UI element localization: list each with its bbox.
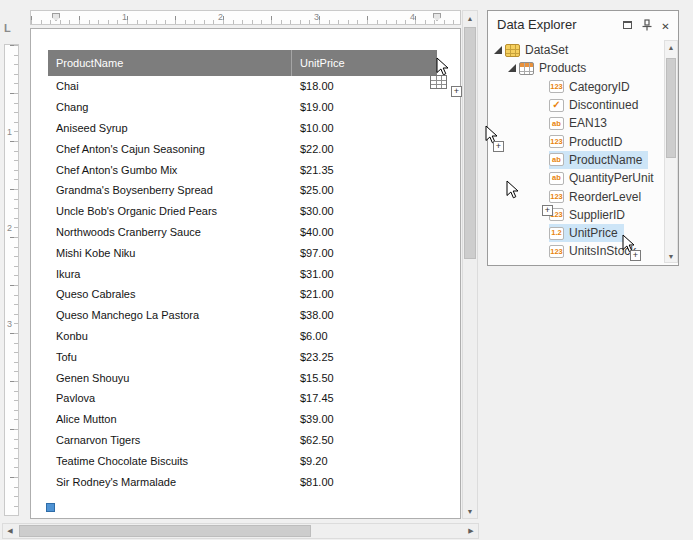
- close-icon: [661, 16, 669, 34]
- margin-marker-left[interactable]: [52, 13, 60, 21]
- maximize-button[interactable]: [620, 17, 635, 32]
- table-row[interactable]: Chef Anton's Gumbo Mix$21.35: [48, 159, 438, 180]
- table-row[interactable]: Mishi Kobe Niku$97.00: [48, 242, 438, 263]
- scroll-up-button[interactable]: [463, 11, 477, 25]
- cell-product-name: Aniseed Syrup: [48, 122, 292, 134]
- tree-item-productname[interactable]: abProductName: [549, 151, 648, 169]
- tree-item-quantityperunit[interactable]: abQuantityPerUnit: [549, 169, 660, 187]
- cell-product-name: Tofu: [48, 351, 292, 363]
- table-row[interactable]: Teatime Chocolate Biscuits$9.20: [48, 450, 438, 471]
- panel-scroll-down-button[interactable]: [665, 250, 677, 262]
- table-row[interactable]: Tofu$23.25: [48, 346, 438, 367]
- horizontal-ruler[interactable]: 1234: [30, 10, 461, 25]
- cell-product-name: Chef Anton's Cajun Seasoning: [48, 143, 292, 155]
- table-row[interactable]: Queso Manchego La Pastora$38.00: [48, 305, 438, 326]
- scroll-left-button[interactable]: [3, 524, 17, 538]
- table-row[interactable]: Carnarvon Tigers$62.50: [48, 430, 438, 451]
- cell-unit-price: $31.00: [292, 268, 437, 280]
- table-row[interactable]: Northwoods Cranberry Sauce$40.00: [48, 222, 438, 243]
- mouse-cursor: [506, 180, 519, 199]
- tree-item-label: EAN13: [569, 116, 607, 130]
- cell-product-name: Ikura: [48, 268, 292, 280]
- string-field-icon: ab: [549, 117, 564, 130]
- table-row[interactable]: Chang$19.00: [48, 97, 438, 118]
- table-row[interactable]: Chef Anton's Cajun Seasoning$22.00: [48, 138, 438, 159]
- drag-plus-icon: [630, 250, 641, 261]
- table-row[interactable]: Genen Shouyu$15.50: [48, 367, 438, 388]
- panel-scroll-up-button[interactable]: [665, 41, 677, 53]
- scroll-right-button[interactable]: [464, 524, 478, 538]
- data-explorer-panel: Data Explorer DataSetProducts123Category…: [487, 10, 679, 266]
- ruler-number: 3: [7, 319, 12, 329]
- design-horizontal-scrollbar[interactable]: [2, 523, 479, 539]
- cell-unit-price: $23.25: [292, 351, 437, 363]
- table-row[interactable]: Aniseed Syrup$10.00: [48, 118, 438, 139]
- pin-button[interactable]: [639, 17, 654, 32]
- cell-unit-price: $19.00: [292, 101, 437, 113]
- tree-item-ean13[interactable]: abEAN13: [549, 114, 613, 132]
- table-row[interactable]: Queso Cabrales$21.00: [48, 284, 438, 305]
- expander-icon[interactable]: [508, 64, 516, 72]
- tree-item-label: Products: [539, 61, 586, 75]
- table-row[interactable]: Sir Rodney's Marmalade$81.00: [48, 471, 438, 492]
- column-header-unitprice[interactable]: UnitPrice: [292, 50, 437, 76]
- tree-item-reorderlevel[interactable]: 123ReorderLevel: [549, 187, 647, 205]
- vertical-scrollbar-thumb[interactable]: [464, 27, 476, 259]
- cell-unit-price: $15.50: [292, 372, 437, 384]
- column-header-productname[interactable]: ProductName: [48, 50, 292, 76]
- cell-product-name: Northwoods Cranberry Sauce: [48, 226, 292, 238]
- arrow-right-icon: [468, 527, 473, 535]
- cell-unit-price: $40.00: [292, 226, 437, 238]
- tree-item-label: ReorderLevel: [569, 190, 641, 204]
- expander-icon[interactable]: [494, 46, 502, 54]
- tree-item-supplierid[interactable]: 123SupplierID: [549, 206, 631, 224]
- close-button[interactable]: [658, 17, 673, 32]
- tree-item-label: ProductName: [569, 153, 642, 167]
- cell-product-name: Alice Mutton: [48, 413, 292, 425]
- tree-item-dataset[interactable]: DataSet: [494, 41, 574, 59]
- cell-product-name: Mishi Kobe Niku: [48, 247, 292, 259]
- tree-item-categoryid[interactable]: 123CategoryID: [549, 78, 636, 96]
- horizontal-scrollbar-thumb[interactable]: [19, 525, 311, 537]
- table-row[interactable]: Grandma's Boysenberry Spread$25.00: [48, 180, 438, 201]
- drag-plus-icon: [451, 86, 462, 97]
- table-row[interactable]: Chai$18.00: [48, 76, 438, 97]
- table-body[interactable]: Chai$18.00Chang$19.00Aniseed Syrup$10.00…: [48, 76, 438, 492]
- cell-product-name: Chai: [48, 80, 292, 92]
- panel-vertical-scrollbar[interactable]: [664, 40, 678, 263]
- cell-product-name: Pavlova: [48, 392, 292, 404]
- tree-item-label: QuantityPerUnit: [569, 171, 654, 185]
- arrow-down-icon: [467, 508, 474, 515]
- vertical-ruler[interactable]: 123: [4, 44, 19, 516]
- pin-icon: [641, 19, 653, 31]
- table-row[interactable]: Alice Mutton$39.00: [48, 409, 438, 430]
- tree-item-label: SupplierID: [569, 208, 625, 222]
- panel-buttons: [620, 17, 673, 32]
- tree-item-unitprice[interactable]: 1.2UnitPrice: [549, 224, 624, 242]
- tree-item-productid[interactable]: 123ProductID: [549, 132, 628, 150]
- cell-unit-price: $9.20: [292, 455, 437, 467]
- drag-table-icon: [430, 75, 447, 89]
- margin-marker-right[interactable]: [433, 13, 441, 21]
- cell-product-name: Teatime Chocolate Biscuits: [48, 455, 292, 467]
- ruler-number: 1: [7, 127, 12, 137]
- panel-scrollbar-thumb[interactable]: [666, 58, 676, 158]
- int-field-icon: 123: [549, 80, 564, 93]
- tree-item-products[interactable]: Products: [508, 59, 592, 77]
- table-row[interactable]: Ikura$31.00: [48, 263, 438, 284]
- table-row[interactable]: Konbu$6.00: [48, 326, 438, 347]
- table-row[interactable]: Pavlova$17.45: [48, 388, 438, 409]
- drag-plus-icon: [493, 141, 504, 152]
- cell-product-name: Konbu: [48, 330, 292, 342]
- table-row[interactable]: Uncle Bob's Organic Dried Pears$30.00: [48, 201, 438, 222]
- scroll-down-button[interactable]: [463, 504, 477, 518]
- design-vertical-scrollbar[interactable]: [462, 10, 478, 519]
- table-header-row[interactable]: ProductNameUnitPrice: [48, 50, 438, 76]
- cell-product-name: Chef Anton's Gumbo Mix: [48, 164, 292, 176]
- band-handle[interactable]: [46, 503, 55, 512]
- tab-stop-marker[interactable]: L: [4, 22, 11, 34]
- tree-item-discontinued[interactable]: ✓Discontinued: [549, 96, 644, 114]
- cell-product-name: Chang: [48, 101, 292, 113]
- ruler-number: 3: [314, 12, 319, 22]
- cell-unit-price: $21.00: [292, 288, 437, 300]
